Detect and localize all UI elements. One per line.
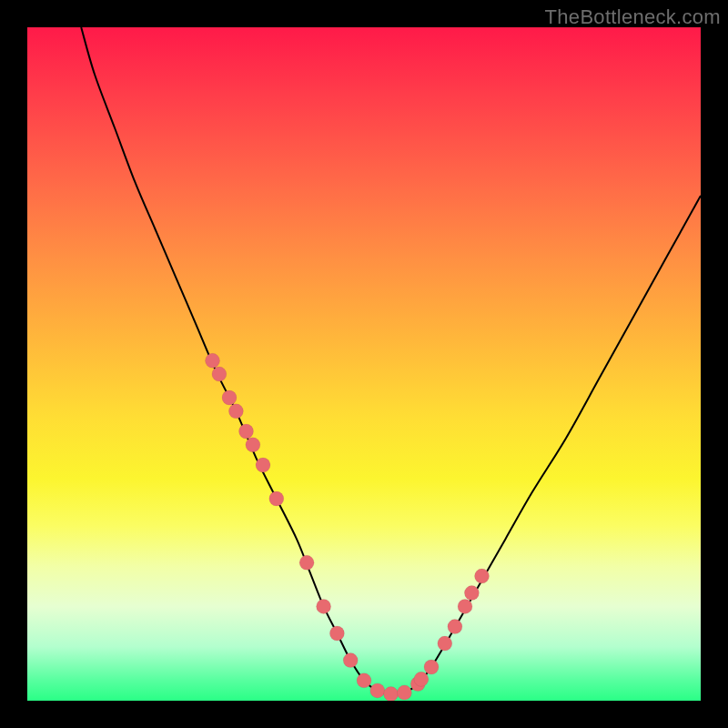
sample-dot <box>329 626 344 641</box>
sample-dot <box>206 353 220 368</box>
sample-dot <box>370 683 385 698</box>
sample-dot <box>343 653 358 668</box>
sample-dot <box>239 424 254 439</box>
sample-dot <box>357 673 371 688</box>
sample-dot <box>414 672 429 686</box>
sample-dot <box>438 636 452 651</box>
sample-dot <box>464 586 479 601</box>
dots-group <box>206 353 490 701</box>
sample-dot <box>317 599 331 613</box>
sample-dot <box>384 687 399 701</box>
sample-dot <box>475 569 490 583</box>
sample-dot <box>269 491 284 506</box>
sample-dot <box>228 404 243 419</box>
sample-dot <box>397 685 411 700</box>
sample-dot <box>299 555 314 570</box>
sample-dot <box>424 660 439 674</box>
sample-dot <box>222 390 237 405</box>
sample-dot <box>458 599 472 613</box>
sample-dot <box>256 458 270 472</box>
bottleneck-curve-path <box>81 27 701 694</box>
curve-group <box>81 27 701 694</box>
sample-dot <box>448 620 462 634</box>
watermark-label: TheBottleneck.com <box>545 5 721 29</box>
sample-dot <box>246 438 260 452</box>
sample-dot <box>212 367 227 381</box>
bottleneck-chart <box>27 27 701 701</box>
